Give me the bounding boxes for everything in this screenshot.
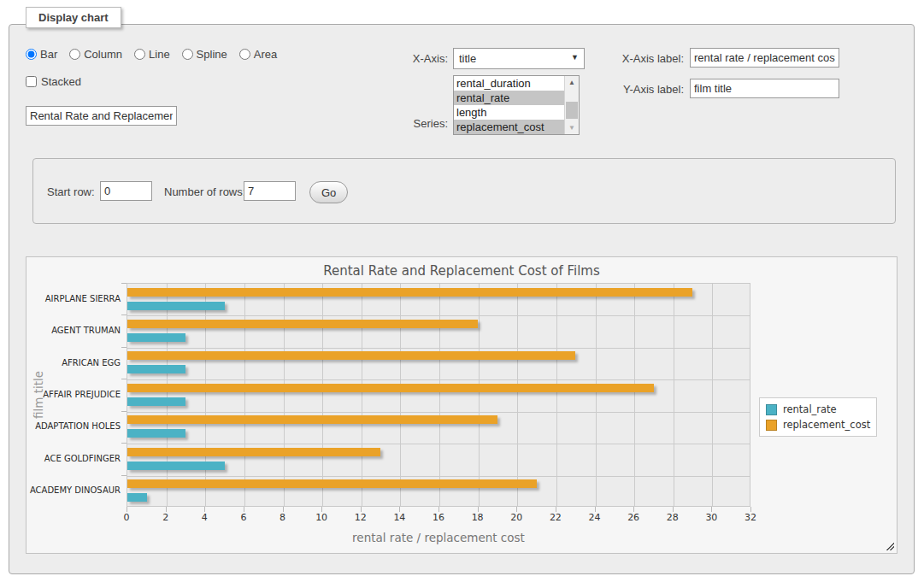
y-tick-mark: [121, 475, 127, 476]
area-radio[interactable]: [239, 49, 250, 60]
legend-swatch: [766, 420, 777, 431]
x-tick-mark: [673, 507, 674, 512]
gridline-v: [205, 284, 206, 506]
radio-option-spline[interactable]: Spline: [182, 48, 227, 61]
gridline-v: [596, 284, 597, 506]
x-tick-label: 18: [461, 512, 495, 523]
line-radio[interactable]: [134, 49, 145, 60]
bar-rental_rate[interactable]: [127, 302, 225, 310]
gridline-v: [362, 284, 362, 506]
series-select-label: Series:: [362, 117, 448, 130]
radio-option-column[interactable]: Column: [69, 48, 122, 61]
x-tick-mark: [166, 507, 167, 512]
x-tick-mark: [399, 507, 400, 512]
series-option-rental_duration[interactable]: rental_duration: [454, 76, 564, 91]
chart-title-input[interactable]: [26, 106, 177, 126]
start-row-input[interactable]: [100, 181, 152, 201]
chart-title: Rental Rate and Replacement Cost of Film…: [26, 263, 897, 279]
x-tick-mark: [556, 507, 556, 512]
number-of-rows-input[interactable]: [244, 181, 296, 201]
bar-rental_rate[interactable]: [127, 365, 185, 373]
gridline-h: [127, 348, 750, 349]
spline-radio[interactable]: [182, 49, 193, 60]
bar-replacement_cost[interactable]: [127, 479, 537, 488]
x-tick-label: 20: [499, 512, 533, 523]
legend-swatch: [766, 404, 777, 415]
x-tick-label: 16: [421, 512, 456, 523]
x-axis-title: rental rate / replacement cost: [127, 531, 750, 544]
legend-label: rental_rate: [783, 403, 837, 415]
x-tick-label: 0: [109, 512, 144, 523]
series-option-rental_rate[interactable]: rental_rate: [454, 91, 564, 105]
x-tick-label: 2: [149, 512, 183, 523]
spline-radio-label: Spline: [197, 48, 227, 61]
series-option-replacement_cost[interactable]: replacement_cost: [454, 120, 564, 134]
gridline-h: [127, 476, 750, 477]
x-tick-mark: [361, 507, 362, 512]
radio-option-bar[interactable]: Bar: [26, 48, 57, 61]
x-tick-mark: [711, 507, 712, 512]
x-tick-mark: [283, 507, 284, 512]
go-button[interactable]: Go: [309, 181, 348, 203]
gridline-v: [674, 284, 674, 506]
bar-replacement_cost[interactable]: [127, 415, 497, 424]
bar-replacement_cost[interactable]: [127, 448, 380, 456]
bar-replacement_cost[interactable]: [127, 320, 478, 328]
line-radio-label: Line: [149, 48, 170, 61]
bar-radio[interactable]: [26, 49, 37, 60]
x-tick-label: 28: [656, 512, 690, 523]
gridline-v: [284, 284, 285, 506]
x-tick-mark: [204, 507, 205, 512]
x-axis-select[interactable]: title: [453, 48, 585, 69]
scroll-up-icon[interactable]: ▲: [565, 76, 579, 89]
legend-label: replacement_cost: [783, 419, 870, 431]
legend-item: rental_rate: [765, 402, 871, 417]
y-tick-mark: [121, 379, 127, 379]
scroll-down-icon[interactable]: ▼: [565, 121, 579, 134]
resize-grip-icon[interactable]: [885, 541, 894, 550]
x-tick-mark: [595, 507, 596, 512]
series-listbox[interactable]: rental_durationrental_ratelengthreplacem…: [453, 75, 580, 135]
area-radio-label: Area: [254, 48, 277, 61]
bar-replacement_cost[interactable]: [127, 288, 692, 297]
scrollbar-track[interactable]: [565, 89, 579, 121]
x-tick-label: 26: [616, 512, 650, 523]
display-chart-page: Display chart Bar Column Line Spline Are…: [0, 0, 924, 582]
stacked-option[interactable]: Stacked: [26, 75, 81, 88]
y-tick-mark: [121, 315, 127, 315]
bar-replacement_cost[interactable]: [127, 384, 654, 392]
bar-radio-label: Bar: [40, 48, 57, 61]
x-tick-label: 32: [733, 512, 768, 523]
radio-option-area[interactable]: Area: [239, 48, 277, 61]
x-tick-label: 4: [187, 512, 221, 523]
series-option-length[interactable]: length: [454, 105, 564, 120]
x-tick-label: 6: [227, 512, 261, 523]
x-tick-mark: [478, 507, 479, 512]
bar-rental_rate[interactable]: [127, 429, 185, 438]
radio-option-line[interactable]: Line: [134, 48, 170, 61]
stacked-checkbox[interactable]: [26, 76, 37, 87]
plot-area: [127, 283, 750, 507]
bar-replacement_cost[interactable]: [127, 351, 575, 360]
column-radio-label: Column: [84, 48, 122, 61]
rows-fieldset: [32, 158, 896, 224]
x-tick-label: 8: [266, 512, 300, 523]
bar-rental_rate[interactable]: [127, 493, 147, 502]
x-axis-label-label: X-Axis label:: [598, 52, 684, 65]
x-tick-label: 12: [344, 512, 378, 523]
x-tick-mark: [438, 507, 439, 512]
y-axis-label-label: Y-Axis label:: [598, 83, 684, 96]
y-tick-mark: [121, 443, 127, 444]
scrollbar-thumb[interactable]: [566, 102, 578, 119]
gridline-v: [400, 284, 401, 506]
bar-rental_rate[interactable]: [127, 333, 185, 342]
x-axis-label-input[interactable]: [690, 48, 839, 68]
start-row-label: Start row:: [47, 185, 95, 198]
x-axis-select-wrap: title ▼: [453, 48, 585, 69]
y-axis-label-input[interactable]: [690, 79, 839, 98]
column-radio[interactable]: [69, 49, 80, 60]
bar-rental_rate[interactable]: [127, 397, 185, 406]
series-scrollbar[interactable]: ▲ ▼: [564, 76, 579, 134]
x-tick-label: 30: [694, 512, 728, 523]
bar-rental_rate[interactable]: [127, 461, 225, 470]
